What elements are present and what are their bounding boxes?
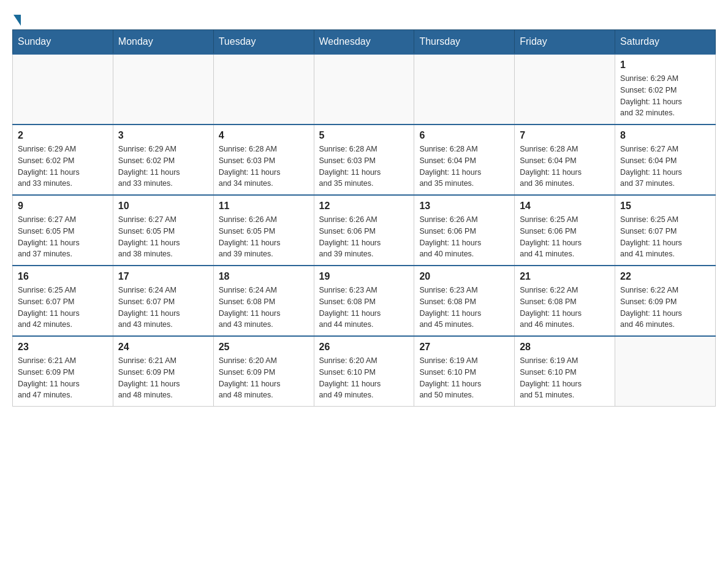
day-header-friday: Friday — [515, 30, 615, 55]
calendar-cell: 14Sunrise: 6:25 AMSunset: 6:06 PMDayligh… — [515, 195, 615, 266]
day-number: 3 — [118, 130, 208, 141]
calendar-cell — [213, 54, 314, 124]
day-header-tuesday: Tuesday — [213, 30, 314, 55]
calendar-cell — [314, 54, 414, 124]
day-info: Sunrise: 6:29 AMSunset: 6:02 PMDaylight:… — [18, 144, 108, 190]
day-number: 5 — [319, 130, 409, 141]
calendar-cell: 6Sunrise: 6:28 AMSunset: 6:04 PMDaylight… — [414, 124, 515, 195]
day-info: Sunrise: 6:24 AMSunset: 6:07 PMDaylight:… — [118, 285, 208, 331]
calendar-cell: 7Sunrise: 6:28 AMSunset: 6:04 PMDaylight… — [515, 124, 615, 195]
day-info: Sunrise: 6:23 AMSunset: 6:08 PMDaylight:… — [319, 285, 409, 331]
day-info: Sunrise: 6:21 AMSunset: 6:09 PMDaylight:… — [118, 355, 208, 401]
calendar-header-row: SundayMondayTuesdayWednesdayThursdayFrid… — [13, 30, 716, 55]
day-info: Sunrise: 6:28 AMSunset: 6:03 PMDaylight:… — [319, 144, 409, 190]
day-number: 18 — [219, 271, 309, 282]
day-header-sunday: Sunday — [13, 30, 113, 55]
day-number: 10 — [118, 201, 208, 212]
week-row-5: 23Sunrise: 6:21 AMSunset: 6:09 PMDayligh… — [13, 336, 716, 407]
day-info: Sunrise: 6:26 AMSunset: 6:06 PMDaylight:… — [319, 214, 409, 260]
day-info: Sunrise: 6:20 AMSunset: 6:10 PMDaylight:… — [319, 355, 409, 401]
day-number: 1 — [620, 59, 710, 71]
week-row-4: 16Sunrise: 6:25 AMSunset: 6:07 PMDayligh… — [13, 266, 716, 336]
day-info: Sunrise: 6:25 AMSunset: 6:07 PMDaylight:… — [620, 214, 710, 260]
calendar-cell: 19Sunrise: 6:23 AMSunset: 6:08 PMDayligh… — [314, 266, 414, 336]
day-info: Sunrise: 6:25 AMSunset: 6:06 PMDaylight:… — [520, 214, 610, 260]
calendar-cell: 13Sunrise: 6:26 AMSunset: 6:06 PMDayligh… — [414, 195, 515, 266]
calendar-cell: 23Sunrise: 6:21 AMSunset: 6:09 PMDayligh… — [13, 336, 113, 407]
day-info: Sunrise: 6:27 AMSunset: 6:05 PMDaylight:… — [18, 214, 108, 260]
day-number: 13 — [419, 201, 509, 212]
calendar-cell: 12Sunrise: 6:26 AMSunset: 6:06 PMDayligh… — [314, 195, 414, 266]
day-info: Sunrise: 6:28 AMSunset: 6:04 PMDaylight:… — [520, 144, 610, 190]
day-info: Sunrise: 6:27 AMSunset: 6:04 PMDaylight:… — [620, 144, 710, 190]
day-info: Sunrise: 6:22 AMSunset: 6:09 PMDaylight:… — [620, 285, 710, 331]
day-header-wednesday: Wednesday — [314, 30, 414, 55]
logo-arrow-icon — [13, 15, 21, 26]
day-info: Sunrise: 6:28 AMSunset: 6:03 PMDaylight:… — [219, 144, 309, 190]
day-number: 16 — [18, 271, 108, 282]
day-info: Sunrise: 6:25 AMSunset: 6:07 PMDaylight:… — [18, 285, 108, 331]
calendar-cell: 24Sunrise: 6:21 AMSunset: 6:09 PMDayligh… — [113, 336, 213, 407]
day-number: 7 — [520, 130, 610, 141]
logo — [12, 12, 33, 23]
calendar-cell: 15Sunrise: 6:25 AMSunset: 6:07 PMDayligh… — [615, 195, 716, 266]
day-number: 28 — [520, 342, 610, 353]
day-number: 27 — [419, 342, 509, 353]
day-number: 6 — [419, 130, 509, 141]
day-number: 15 — [620, 201, 710, 212]
day-number: 17 — [118, 271, 208, 282]
day-number: 8 — [620, 130, 710, 141]
week-row-2: 2Sunrise: 6:29 AMSunset: 6:02 PMDaylight… — [13, 124, 716, 195]
calendar-cell: 5Sunrise: 6:28 AMSunset: 6:03 PMDaylight… — [314, 124, 414, 195]
calendar-cell: 18Sunrise: 6:24 AMSunset: 6:08 PMDayligh… — [213, 266, 314, 336]
calendar-cell — [13, 54, 113, 124]
day-info: Sunrise: 6:20 AMSunset: 6:09 PMDaylight:… — [219, 355, 309, 401]
day-number: 21 — [520, 271, 610, 282]
day-info: Sunrise: 6:24 AMSunset: 6:08 PMDaylight:… — [219, 285, 309, 331]
day-number: 26 — [319, 342, 409, 353]
day-number: 14 — [520, 201, 610, 212]
calendar-cell: 25Sunrise: 6:20 AMSunset: 6:09 PMDayligh… — [213, 336, 314, 407]
day-header-saturday: Saturday — [615, 30, 716, 55]
day-number: 22 — [620, 271, 710, 282]
day-number: 2 — [18, 130, 108, 141]
day-number: 9 — [18, 201, 108, 212]
day-info: Sunrise: 6:29 AMSunset: 6:02 PMDaylight:… — [118, 144, 208, 190]
calendar-table: SundayMondayTuesdayWednesdayThursdayFrid… — [12, 29, 716, 407]
calendar-cell: 17Sunrise: 6:24 AMSunset: 6:07 PMDayligh… — [113, 266, 213, 336]
calendar-cell: 22Sunrise: 6:22 AMSunset: 6:09 PMDayligh… — [615, 266, 716, 336]
day-info: Sunrise: 6:29 AMSunset: 6:02 PMDaylight:… — [620, 73, 710, 119]
calendar-cell: 9Sunrise: 6:27 AMSunset: 6:05 PMDaylight… — [13, 195, 113, 266]
day-info: Sunrise: 6:26 AMSunset: 6:06 PMDaylight:… — [419, 214, 509, 260]
day-number: 19 — [319, 271, 409, 282]
day-info: Sunrise: 6:26 AMSunset: 6:05 PMDaylight:… — [219, 214, 309, 260]
day-number: 12 — [319, 201, 409, 212]
day-number: 24 — [118, 342, 208, 353]
calendar-cell: 8Sunrise: 6:27 AMSunset: 6:04 PMDaylight… — [615, 124, 716, 195]
calendar-cell — [414, 54, 515, 124]
week-row-3: 9Sunrise: 6:27 AMSunset: 6:05 PMDaylight… — [13, 195, 716, 266]
calendar-cell: 16Sunrise: 6:25 AMSunset: 6:07 PMDayligh… — [13, 266, 113, 336]
day-info: Sunrise: 6:23 AMSunset: 6:08 PMDaylight:… — [419, 285, 509, 331]
calendar-cell: 1Sunrise: 6:29 AMSunset: 6:02 PMDaylight… — [615, 54, 716, 124]
calendar-cell: 26Sunrise: 6:20 AMSunset: 6:10 PMDayligh… — [314, 336, 414, 407]
day-info: Sunrise: 6:22 AMSunset: 6:08 PMDaylight:… — [520, 285, 610, 331]
calendar-cell: 10Sunrise: 6:27 AMSunset: 6:05 PMDayligh… — [113, 195, 213, 266]
calendar-cell: 27Sunrise: 6:19 AMSunset: 6:10 PMDayligh… — [414, 336, 515, 407]
day-header-monday: Monday — [113, 30, 213, 55]
calendar-cell — [113, 54, 213, 124]
calendar-cell: 11Sunrise: 6:26 AMSunset: 6:05 PMDayligh… — [213, 195, 314, 266]
day-info: Sunrise: 6:28 AMSunset: 6:04 PMDaylight:… — [419, 144, 509, 190]
day-number: 25 — [219, 342, 309, 353]
day-header-thursday: Thursday — [414, 30, 515, 55]
calendar-cell: 20Sunrise: 6:23 AMSunset: 6:08 PMDayligh… — [414, 266, 515, 336]
day-info: Sunrise: 6:27 AMSunset: 6:05 PMDaylight:… — [118, 214, 208, 260]
day-number: 4 — [219, 130, 309, 141]
day-info: Sunrise: 6:19 AMSunset: 6:10 PMDaylight:… — [419, 355, 509, 401]
page-header — [12, 12, 716, 23]
day-info: Sunrise: 6:21 AMSunset: 6:09 PMDaylight:… — [18, 355, 108, 401]
calendar-cell: 21Sunrise: 6:22 AMSunset: 6:08 PMDayligh… — [515, 266, 615, 336]
calendar-cell — [515, 54, 615, 124]
calendar-cell: 4Sunrise: 6:28 AMSunset: 6:03 PMDaylight… — [213, 124, 314, 195]
calendar-cell: 28Sunrise: 6:19 AMSunset: 6:10 PMDayligh… — [515, 336, 615, 407]
